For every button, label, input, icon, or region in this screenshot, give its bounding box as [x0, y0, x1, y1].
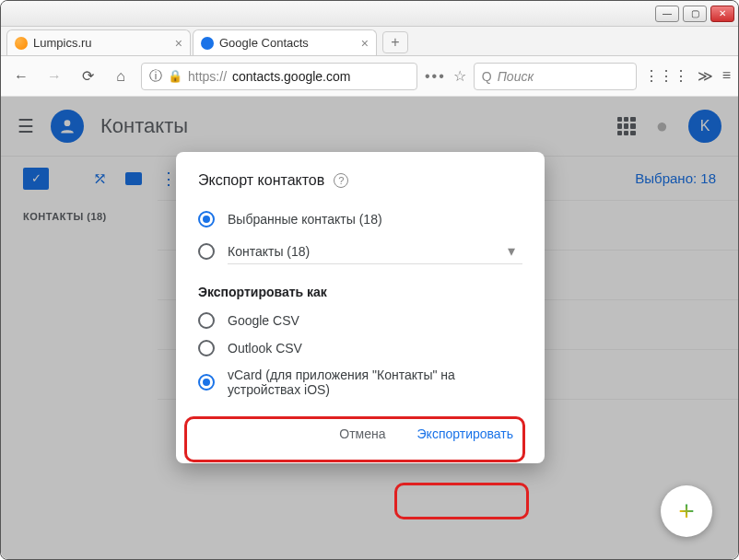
radio-label: Выбранные контакты (18)	[228, 212, 382, 227]
window-close-button[interactable]: ✕	[710, 6, 734, 22]
bookmark-icon[interactable]: ☆	[453, 67, 466, 85]
search-box[interactable]: Q Поиск	[474, 63, 637, 90]
reload-button[interactable]: ⟳	[75, 64, 100, 89]
cancel-button[interactable]: Отмена	[330, 419, 394, 449]
radio-label: Google CSV	[228, 313, 299, 328]
radio-google-csv[interactable]: Google CSV	[198, 307, 522, 334]
home-button[interactable]: ⌂	[108, 64, 134, 89]
dialog-actions: Отмена Экспортировать	[198, 419, 522, 449]
radio-all-contacts[interactable]: Контакты (18) ▾	[198, 233, 522, 270]
window-minimize-button[interactable]: —	[655, 6, 679, 22]
library-icon[interactable]: ⋮⋮⋮	[644, 67, 688, 85]
radio-label: vCard (для приложения "Контакты" на устр…	[228, 368, 522, 397]
url-protocol: https://	[188, 69, 227, 84]
navbar: ← → ⟳ ⌂ ⓘ 🔒 https://contacts.google.com …	[1, 56, 738, 97]
radio-icon	[198, 312, 215, 329]
search-icon: Q	[482, 69, 492, 84]
contacts-dropdown[interactable]: Контакты (18) ▾	[228, 239, 522, 264]
tab-close-icon[interactable]: ×	[361, 36, 369, 51]
export-button[interactable]: Экспортировать	[408, 419, 522, 449]
radio-label: Outlook CSV	[228, 341, 302, 356]
export-dialog: Экспорт контактов ? Выбранные контакты (…	[176, 152, 545, 463]
format-section-header: Экспортировать как	[198, 285, 522, 299]
favicon-icon	[15, 37, 28, 50]
dropdown-value: Контакты (18)	[228, 244, 310, 259]
radio-selected-contacts[interactable]: Выбранные контакты (18)	[198, 205, 522, 233]
browser-tab[interactable]: Google Contacts ×	[193, 29, 377, 55]
radio-icon	[198, 243, 215, 260]
tab-title: Google Contacts	[219, 36, 309, 50]
page-actions-icon[interactable]: •••	[425, 68, 446, 85]
content-area: ☰ Контакты ● K ✓ ⤱ ⋮ Выбрано: 18 КОНТАКТ…	[1, 97, 738, 559]
sidebar-icon[interactable]: ≫	[698, 67, 713, 85]
info-icon: ⓘ	[149, 68, 162, 85]
forward-button[interactable]: →	[41, 64, 67, 89]
menu-icon[interactable]: ≡	[722, 67, 731, 85]
browser-tab[interactable]: Lumpics.ru ×	[6, 29, 191, 55]
address-bar[interactable]: ⓘ 🔒 https://contacts.google.com	[141, 63, 417, 90]
lock-icon: 🔒	[168, 69, 182, 83]
radio-icon	[198, 340, 215, 356]
radio-icon	[198, 374, 215, 391]
plus-icon: +	[678, 496, 695, 527]
new-tab-button[interactable]: +	[382, 31, 408, 53]
radio-icon	[198, 211, 215, 228]
dialog-title: Экспорт контактов	[198, 172, 324, 189]
chevron-down-icon: ▾	[508, 242, 515, 260]
search-placeholder: Поиск	[498, 69, 534, 84]
tab-title: Lumpics.ru	[33, 36, 92, 50]
radio-vcard[interactable]: vCard (для приложения "Контакты" на устр…	[198, 362, 522, 402]
titlebar: — ▢ ✕	[1, 1, 738, 27]
radio-outlook-csv[interactable]: Outlook CSV	[198, 334, 522, 362]
tab-strip: Lumpics.ru × Google Contacts × +	[1, 27, 738, 56]
add-contact-fab[interactable]: +	[661, 485, 712, 537]
url-host: contacts.google.com	[232, 69, 350, 84]
back-button[interactable]: ←	[8, 64, 34, 89]
help-icon[interactable]: ?	[334, 173, 348, 188]
window-maximize-button[interactable]: ▢	[683, 6, 707, 22]
dialog-title-row: Экспорт контактов ?	[198, 172, 522, 189]
browser-window: — ▢ ✕ Lumpics.ru × Google Contacts × + ←…	[0, 0, 739, 560]
favicon-icon	[201, 37, 214, 50]
tab-close-icon[interactable]: ×	[175, 36, 182, 51]
toolbar-right: ⋮⋮⋮ ≫ ≡	[644, 67, 731, 85]
